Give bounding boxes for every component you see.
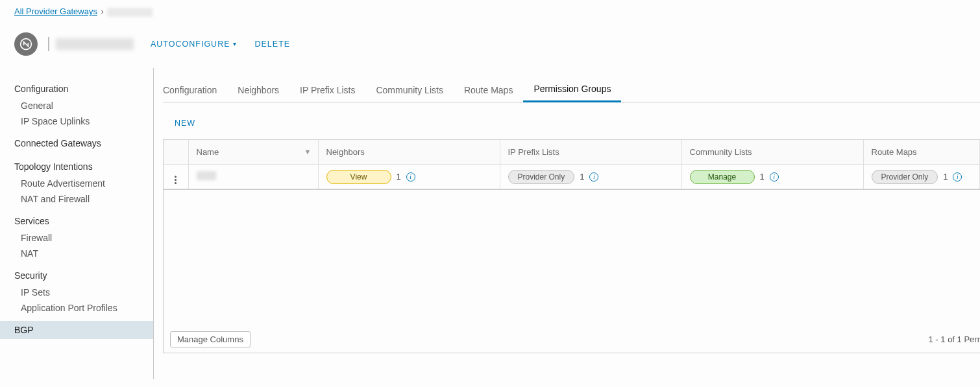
permission-groups-table: Name ▼ Neighbors IP Prefix Lists Communi… — [163, 139, 980, 191]
count-neighbors: 1 — [397, 172, 401, 182]
badge-neighbors: View — [326, 170, 391, 184]
filter-icon[interactable]: ▼ — [304, 148, 312, 156]
tab-bar: Configuration Neighbors IP Prefix Lists … — [163, 84, 980, 102]
count-route-maps: 1 — [943, 172, 948, 182]
cell-neighbors: View 1 i — [318, 165, 500, 189]
tab-route-maps[interactable]: Route Maps — [454, 85, 523, 102]
tab-configuration[interactable]: Configuration — [163, 85, 227, 102]
gateway-icon — [14, 32, 38, 56]
breadcrumb-root-link[interactable]: All Provider Gateways — [14, 6, 97, 16]
info-icon[interactable]: i — [770, 172, 779, 182]
page-header: AUTOCONFIGURE ▾ DELETE — [0, 21, 980, 67]
col-community-lists[interactable]: Community Lists — [681, 140, 863, 165]
sidebar-item-ip-space-uplinks[interactable]: IP Space Uplinks — [0, 113, 153, 129]
new-button[interactable]: NEW — [175, 119, 195, 128]
count-community: 1 — [760, 172, 765, 182]
count-ip-prefix: 1 — [580, 172, 584, 182]
autoconfigure-menu[interactable]: AUTOCONFIGURE ▾ — [151, 40, 237, 49]
sidebar-group-topology-intentions[interactable]: Topology Intentions — [0, 158, 153, 176]
chevron-down-icon: ▾ — [233, 40, 237, 47]
table-row[interactable]: View 1 i Provider Only 1 i — [164, 165, 980, 189]
breadcrumb-separator: › — [100, 6, 105, 16]
sidebar-item-firewall[interactable]: Firewall — [0, 230, 153, 246]
cell-ip-prefix-lists: Provider Only 1 i — [500, 165, 681, 189]
sidebar-group-security[interactable]: Security — [0, 266, 153, 285]
sidebar-item-ip-sets[interactable]: IP Sets — [0, 285, 153, 300]
row-actions-menu[interactable] — [171, 176, 180, 184]
info-icon[interactable]: i — [953, 172, 962, 182]
badge-ip-prefix: Provider Only — [508, 170, 575, 184]
sidebar: Configuration General IP Space Uplinks C… — [0, 68, 154, 379]
sidebar-item-general[interactable]: General — [0, 98, 153, 113]
col-ip-prefix-lists[interactable]: IP Prefix Lists — [500, 140, 681, 165]
sidebar-group-services[interactable]: Services — [0, 212, 153, 230]
badge-community: Manage — [690, 170, 755, 184]
table-empty-area — [163, 190, 980, 326]
info-icon[interactable]: i — [406, 172, 415, 182]
breadcrumb: All Provider Gateways › — [0, 0, 980, 21]
paging-label: 1 - 1 of 1 Perr — [929, 334, 980, 344]
tab-community-lists[interactable]: Community Lists — [365, 85, 453, 102]
col-name[interactable]: Name ▼ — [188, 140, 318, 165]
sidebar-group-configuration[interactable]: Configuration — [0, 80, 153, 98]
cell-community-lists: Manage 1 i — [681, 165, 863, 189]
tab-permission-groups[interactable]: Permission Groups — [523, 84, 621, 102]
badge-route-maps: Provider Only — [872, 170, 938, 184]
cell-name — [188, 165, 318, 189]
delete-button[interactable]: DELETE — [255, 40, 291, 49]
sidebar-item-nat-and-firewall[interactable]: NAT and Firewall — [0, 191, 153, 207]
manage-columns-button[interactable]: Manage Columns — [170, 331, 251, 347]
sidebar-group-connected-gateways[interactable]: Connected Gateways — [0, 134, 153, 152]
page-title-redacted — [48, 37, 134, 51]
table-footer: Manage Columns 1 - 1 of 1 Perr — [163, 326, 980, 353]
col-route-maps[interactable]: Route Maps — [863, 140, 980, 165]
sidebar-item-application-port-profiles[interactable]: Application Port Profiles — [0, 300, 153, 316]
tab-ip-prefix-lists[interactable]: IP Prefix Lists — [289, 85, 365, 102]
sidebar-item-nat[interactable]: NAT — [0, 246, 153, 261]
breadcrumb-current-redacted — [107, 8, 153, 17]
sidebar-item-route-advertisement[interactable]: Route Advertisement — [0, 176, 153, 191]
tab-neighbors[interactable]: Neighbors — [227, 85, 289, 102]
col-neighbors[interactable]: Neighbors — [318, 140, 500, 165]
info-icon[interactable]: i — [589, 172, 598, 182]
sidebar-group-bgp[interactable]: BGP — [0, 321, 153, 339]
cell-route-maps: Provider Only 1 i — [863, 165, 980, 189]
